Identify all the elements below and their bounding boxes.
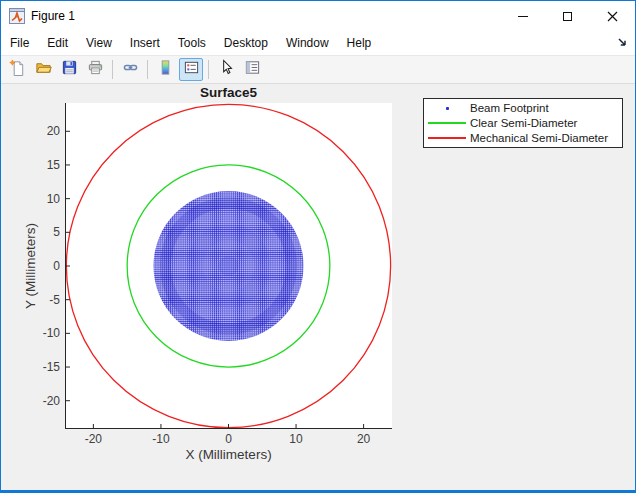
insert-legend-button[interactable]: [179, 58, 203, 81]
menu-item-help[interactable]: Help: [338, 31, 381, 55]
dock-figure-icon[interactable]: [615, 35, 629, 49]
x-tick-label: -10: [152, 432, 169, 446]
insert-colorbar-button[interactable]: [153, 58, 177, 81]
menu-item-window[interactable]: Window: [277, 31, 338, 55]
x-tick-label: 0: [225, 432, 232, 446]
close-button[interactable]: [590, 1, 635, 31]
figure-window: Figure 1 FileEditViewInsertToolsDesktopW…: [0, 0, 636, 493]
open-folder-icon: [35, 59, 52, 80]
pointer-arrow-icon: [218, 59, 235, 80]
y-tick-label: 5: [20, 225, 60, 239]
maximize-icon: [563, 12, 572, 21]
titlebar[interactable]: Figure 1: [1, 1, 635, 31]
new-figure-button[interactable]: [5, 58, 29, 81]
x-tick-label: 20: [357, 432, 370, 446]
toolbar-separator: [208, 60, 209, 79]
x-axis-label: X (Millimeters): [65, 447, 392, 462]
toolbar-separator: [112, 60, 113, 79]
x-tick-label: 10: [289, 432, 302, 446]
edit-plot-button[interactable]: [214, 58, 238, 81]
figure-toolbar: [1, 56, 635, 84]
toolbar-separator: [147, 60, 148, 79]
legend-icon: [183, 59, 200, 80]
legend-row: Mechanical Semi-Diameter: [424, 131, 622, 145]
printer-icon: [87, 59, 104, 80]
caption-buttons: [500, 1, 635, 31]
print-figure-button[interactable]: [83, 58, 107, 81]
menu-item-insert[interactable]: Insert: [121, 31, 169, 55]
y-tick-label: 15: [20, 158, 60, 172]
x-tick-label: -20: [85, 432, 102, 446]
new-document-icon: [9, 59, 26, 80]
minimize-button[interactable]: [500, 1, 545, 31]
menu-item-view[interactable]: View: [77, 31, 121, 55]
y-tick-label: -10: [20, 326, 60, 340]
legend-marker-line: [424, 137, 470, 139]
menu-item-desktop[interactable]: Desktop: [215, 31, 277, 55]
legend-label: Beam Footprint: [470, 102, 549, 114]
y-tick-label: -15: [20, 360, 60, 374]
y-tick-label: -5: [20, 293, 60, 307]
legend-marker-line: [424, 122, 470, 124]
property-inspector-button[interactable]: [240, 58, 264, 81]
property-editor-icon: [244, 59, 261, 80]
maximize-button[interactable]: [545, 1, 590, 31]
legend[interactable]: Beam FootprintClear Semi-DiameterMechani…: [423, 98, 623, 148]
legend-label: Clear Semi-Diameter: [470, 117, 577, 129]
menu-item-file[interactable]: File: [1, 31, 38, 55]
window-title: Figure 1: [31, 9, 75, 23]
plot-title: Surface5: [65, 85, 392, 100]
y-tick-label: 0: [20, 259, 60, 273]
menu-item-tools[interactable]: Tools: [169, 31, 215, 55]
legend-row: Beam Footprint: [424, 101, 622, 115]
legend-marker-dot: [424, 107, 470, 110]
open-file-button[interactable]: [31, 58, 55, 81]
figure-canvas: Surface5 X (Millimeters) Y (Millimeters)…: [1, 84, 635, 490]
link-chain-icon: [122, 59, 139, 80]
y-tick-label: 10: [20, 192, 60, 206]
menubar: FileEditViewInsertToolsDesktopWindowHelp: [1, 31, 635, 56]
close-icon: [607, 11, 618, 22]
colorbar-icon: [157, 59, 174, 80]
legend-label: Mechanical Semi-Diameter: [470, 132, 608, 144]
matlab-figure-icon: [9, 8, 25, 24]
y-tick-label: -20: [20, 394, 60, 408]
save-floppy-icon: [61, 59, 78, 80]
menu-item-edit[interactable]: Edit: [38, 31, 77, 55]
link-plot-button[interactable]: [118, 58, 142, 81]
minimize-icon: [518, 16, 528, 17]
y-tick-label: 20: [20, 124, 60, 138]
plot-area[interactable]: [65, 103, 392, 429]
legend-row: Clear Semi-Diameter: [424, 116, 622, 130]
save-figure-button[interactable]: [57, 58, 81, 81]
